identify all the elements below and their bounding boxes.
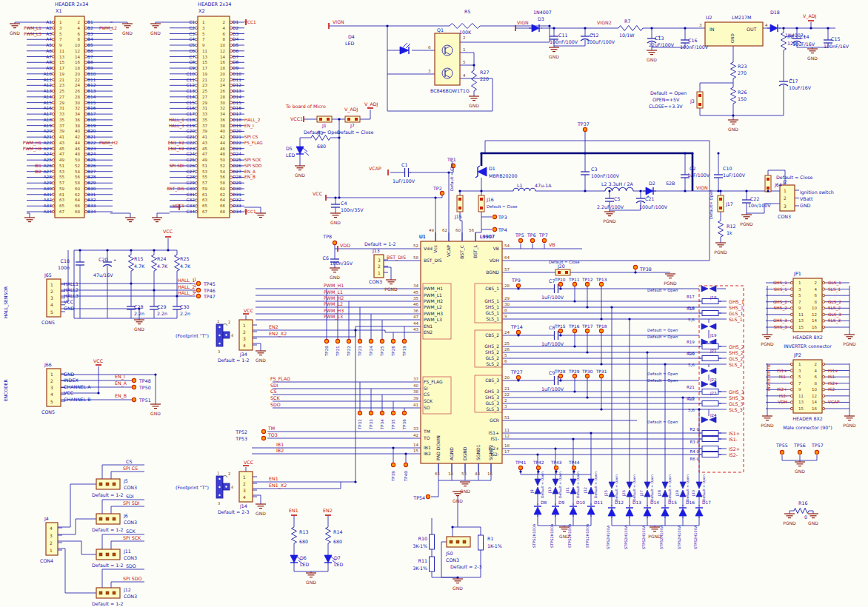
label: J16 [486,197,494,203]
net-label: SLS_1 [828,287,841,292]
label: 100nF/16V [824,44,849,49]
pin-net-label: C29 [187,181,196,185]
jumper-pad [327,118,330,121]
pin-number: 49 [59,158,64,162]
net-label: GLS_2 [828,300,841,305]
junction-dot [456,576,458,578]
pin-number: 18 [504,443,510,448]
label: J4 [44,516,49,522]
label: 100nF/100V [550,39,578,44]
pin-number: 2 [50,378,53,383]
pin-name: BST_C [459,245,465,259]
jumper-pad [106,517,109,520]
pin-number: 37 [413,377,418,381]
pin-pad [790,320,792,322]
pin-net-label: C32 [187,198,196,202]
label: VCC [244,308,254,313]
pin-net-label: D2 [233,26,238,30]
diode-icon [552,507,559,514]
junction-dot [745,190,747,192]
label: 1 [463,47,466,52]
pin-pad [195,21,197,23]
pin-number: 50 [75,158,80,162]
net-label: GLS_3 [828,312,841,318]
label: 120 [787,41,796,46]
label: 10/1W [619,33,635,38]
pin-net-label: C11 [187,78,196,82]
label: STPS2H100A [567,523,572,548]
testpoint-icon [558,329,562,332]
junction-dot [573,300,575,302]
testpoint-icon [369,339,373,343]
label: C16 [688,38,697,43]
label: STPS2H100A [641,525,646,549]
label: TP21 [335,346,340,357]
label: Default = Open [647,328,678,333]
label: GLS_1 [729,311,744,317]
label: 2.2uF/100V [597,204,624,209]
pin-number: 46 [413,302,418,306]
gnd-symbol-label: GND [647,57,657,62]
connector-J14 [239,472,253,502]
pin-pad [52,147,54,150]
label: R20 [687,352,695,356]
pin-number: 5 [798,293,801,298]
label: R27 [480,70,489,75]
label: SPI CS [123,466,138,471]
label: J50 [445,551,453,557]
pin-number: 57 [59,181,64,185]
pin-number: 30 [75,101,80,105]
junction-dot [684,152,686,154]
label: Default = Open [632,474,636,501]
label: D10 [576,500,585,505]
label: J65 [44,272,52,278]
pin-number: 62 [75,192,80,197]
label: LED [300,562,309,567]
pin-pad [52,95,54,98]
jumper-bowtie-icon [552,487,558,494]
pin-number: 37 [202,124,207,128]
net-label: BST_DIS [167,187,184,192]
pin-number: 30 [220,101,225,105]
pin-net-label: B33 [87,204,96,208]
label: TP36 [402,419,407,430]
label: CON3 [124,520,137,525]
pin-number: 18 [75,66,80,70]
diode-icon [644,509,651,516]
pin-net-label: B22 [87,141,96,145]
label: HALL_1 [178,278,195,284]
label: TP9 [511,278,521,283]
jumper-pad [225,486,227,487]
label: TP2 [433,186,442,191]
gnd-symbol-label: GND [306,580,316,585]
resistor-box-glyph [478,535,484,550]
pin-number: 8 [223,37,226,41]
label: SLS_2 [729,362,743,368]
jumper-pad [218,494,220,496]
pin-name: SHS_3 [485,395,499,400]
jumper-pad [319,118,322,121]
pin-number: 11 [59,49,64,53]
junction-dot [681,396,684,398]
pin-name: VDH [490,258,499,263]
pin-number: 11 [202,49,207,53]
jumper-pad [463,540,466,543]
jumper-pad [99,483,102,486]
label: TP43 [550,460,562,465]
label: SPI SCK [123,535,141,540]
label: FS_FLAG [270,376,290,382]
label: (Footprint "T") [176,485,209,491]
label: J11 [123,549,131,554]
label: TP51 [138,398,151,403]
pin-net-label: B9 [87,66,93,70]
jumper-bowtie-icon [696,482,702,489]
resistor-box-glyph [702,431,718,436]
pin-pad [195,33,197,35]
pin-number: 21 [504,386,510,391]
pin-number: 4 [243,343,246,348]
pin-pad [52,38,54,41]
label: J5 [123,478,128,484]
junction-dot [458,190,461,192]
led-icon [296,147,304,154]
label: STPS2H100A [659,525,664,549]
